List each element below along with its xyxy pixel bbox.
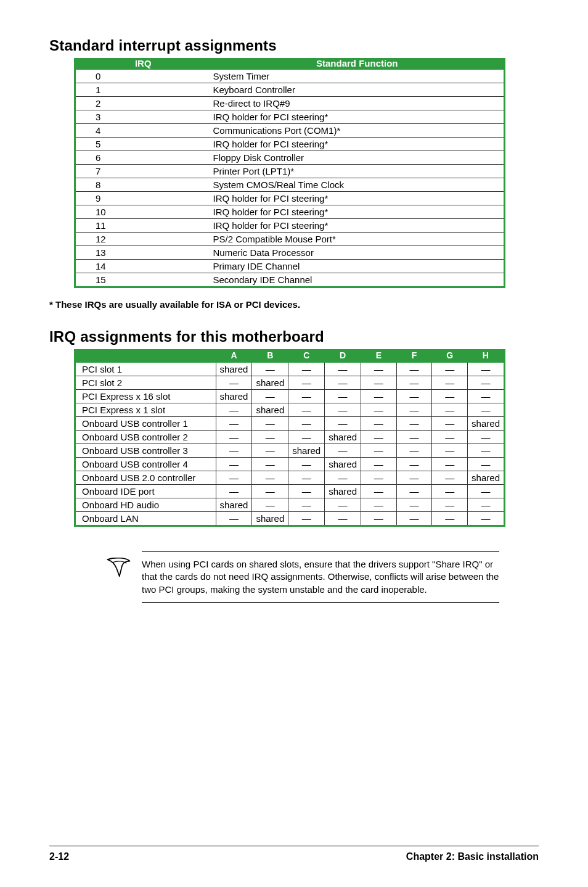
cell-value: —	[252, 362, 288, 376]
cell-value: —	[468, 512, 505, 526]
note-text: When using PCI cards on shared slots, en…	[142, 551, 499, 603]
cell-value: shared	[252, 512, 288, 526]
cell-irq: 1	[75, 83, 211, 97]
th-col: F	[396, 349, 432, 362]
cell-irq: 8	[75, 178, 211, 192]
cell-value: shared	[288, 444, 325, 458]
table-row: PCI Express x 16 slotshared———————	[75, 390, 505, 403]
cell-value: —	[396, 498, 432, 512]
note-icon	[105, 551, 142, 582]
cell-value: —	[288, 403, 325, 417]
cell-value: —	[252, 444, 288, 458]
table-row: Onboard USB controller 3——shared—————	[75, 444, 505, 458]
cell-value: —	[325, 376, 361, 390]
cell-value: —	[216, 512, 252, 526]
cell-value: —	[432, 403, 468, 417]
table-row: Onboard USB controller 1———————shared	[75, 417, 505, 431]
cell-value: —	[396, 376, 432, 390]
cell-value: —	[325, 498, 361, 512]
cell-value: —	[252, 431, 288, 444]
cell-func: IRQ holder for PCI steering*	[211, 192, 505, 205]
cell-value: —	[288, 362, 325, 376]
cell-value: —	[325, 471, 361, 485]
cell-value: —	[216, 471, 252, 485]
table-row: 5IRQ holder for PCI steering*	[75, 138, 505, 151]
table-row: 11IRQ holder for PCI steering*	[75, 219, 505, 233]
cell-label: Onboard USB controller 3	[75, 444, 216, 458]
table-row: Onboard HD audioshared———————	[75, 498, 505, 512]
th-col: B	[252, 349, 288, 362]
cell-value: —	[216, 376, 252, 390]
cell-value: —	[288, 376, 325, 390]
cell-value: —	[288, 485, 325, 498]
cell-value: —	[216, 485, 252, 498]
table-row: 6Floppy Disk Controller	[75, 151, 505, 165]
cell-func: Numeric Data Processor	[211, 246, 505, 260]
cell-value: —	[361, 417, 397, 431]
cell-value: —	[325, 444, 361, 458]
cell-func: Floppy Disk Controller	[211, 151, 505, 165]
cell-value: —	[468, 403, 505, 417]
th-col: E	[361, 349, 397, 362]
cell-value: —	[288, 458, 325, 471]
cell-value: —	[252, 390, 288, 403]
cell-func: Re-direct to IRQ#9	[211, 97, 505, 110]
cell-value: —	[396, 390, 432, 403]
cell-func: PS/2 Compatible Mouse Port*	[211, 233, 505, 246]
table-row: Onboard USB controller 2———shared————	[75, 431, 505, 444]
table-row: 7Printer Port (LPT1)*	[75, 165, 505, 178]
table-row: Onboard IDE port———shared————	[75, 485, 505, 498]
table-row: Onboard USB 2.0 controller———————shared	[75, 471, 505, 485]
cell-value: —	[432, 362, 468, 376]
table-row: PCI slot 1shared———————	[75, 362, 505, 376]
table-row: 8System CMOS/Real Time Clock	[75, 178, 505, 192]
cell-value: —	[325, 417, 361, 431]
table-row: 4Communications Port (COM1)*	[75, 124, 505, 138]
page-number: 2-12	[49, 851, 69, 862]
cell-func: IRQ holder for PCI steering*	[211, 138, 505, 151]
cell-value: —	[325, 362, 361, 376]
cell-value: —	[288, 512, 325, 526]
cell-value: —	[216, 431, 252, 444]
cell-value: —	[216, 403, 252, 417]
cell-value: —	[432, 390, 468, 403]
page-footer: 2-12 Chapter 2: Basic installation	[49, 846, 539, 862]
cell-value: —	[361, 485, 397, 498]
cell-value: —	[396, 485, 432, 498]
cell-value: —	[252, 417, 288, 431]
cell-irq: 9	[75, 192, 211, 205]
table-row: 2Re-direct to IRQ#9	[75, 97, 505, 110]
cell-value: —	[361, 471, 397, 485]
cell-value: —	[468, 458, 505, 471]
cell-irq: 13	[75, 246, 211, 260]
cell-value: —	[432, 512, 468, 526]
table-row: 13Numeric Data Processor	[75, 246, 505, 260]
cell-value: shared	[325, 431, 361, 444]
cell-value: —	[468, 444, 505, 458]
cell-value: —	[396, 444, 432, 458]
cell-value: shared	[216, 498, 252, 512]
cell-value: —	[216, 444, 252, 458]
cell-irq: 12	[75, 233, 211, 246]
cell-value: —	[468, 362, 505, 376]
cell-value: —	[396, 458, 432, 471]
chapter-title: Chapter 2: Basic installation	[406, 851, 539, 862]
table-row: 9IRQ holder for PCI steering*	[75, 192, 505, 205]
cell-func: IRQ holder for PCI steering*	[211, 110, 505, 124]
cell-irq: 11	[75, 219, 211, 233]
cell-value: —	[361, 376, 397, 390]
table-standard-interrupt: IRQ Standard Function 0System Timer1Keyb…	[74, 58, 505, 288]
cell-func: Keyboard Controller	[211, 83, 505, 97]
cell-label: PCI slot 2	[75, 376, 216, 390]
cell-value: —	[468, 498, 505, 512]
table-row: PCI slot 2—shared——————	[75, 376, 505, 390]
cell-value: —	[396, 431, 432, 444]
table-row: 3IRQ holder for PCI steering*	[75, 110, 505, 124]
cell-value: shared	[325, 458, 361, 471]
cell-value: —	[288, 390, 325, 403]
cell-value: —	[432, 485, 468, 498]
cell-irq: 7	[75, 165, 211, 178]
cell-value: —	[216, 458, 252, 471]
footnote-irq: * These IRQs are usually available for I…	[49, 299, 539, 310]
table-row: 10IRQ holder for PCI steering*	[75, 205, 505, 219]
